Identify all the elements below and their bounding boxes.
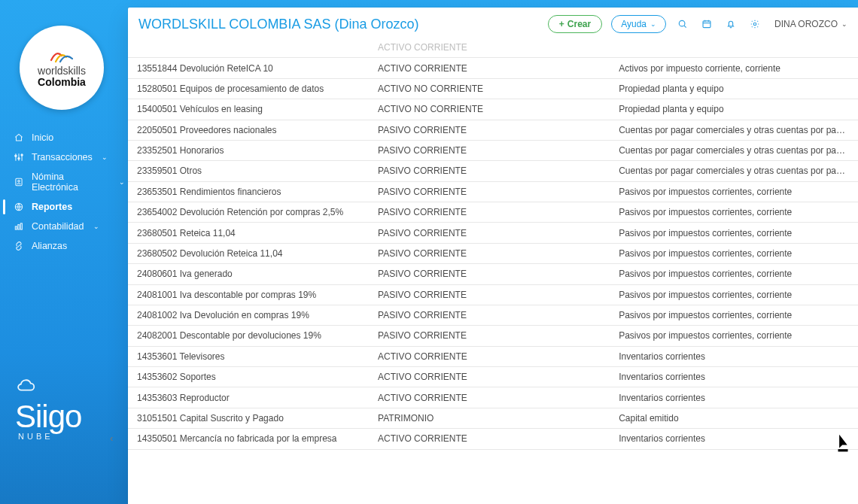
- table-row[interactable]: 24080601 Iva generadoPASIVO CORRIENTEPas…: [128, 264, 858, 284]
- chevron-down-icon: ⌄: [841, 20, 847, 28]
- sidebar-item-inicio[interactable]: Inicio: [3, 128, 128, 147]
- svg-rect-11: [20, 223, 22, 229]
- sidebar-item-reportes[interactable]: Reportes: [3, 197, 128, 217]
- sidebar-item-alianzas[interactable]: Alianzas: [3, 236, 128, 256]
- table-row[interactable]: 24081002 Iva Devolución en compras 19%PA…: [128, 305, 858, 325]
- cell-c3: [610, 38, 858, 58]
- table-row[interactable]: 31051501 Capital Suscrito y PagadoPATRIM…: [128, 408, 858, 428]
- link-icon: [14, 241, 24, 251]
- cell-c1: 23680501 Reteica 11,04: [128, 223, 369, 243]
- create-button-label: Crear: [567, 19, 591, 29]
- sliders-icon: [14, 152, 24, 162]
- page-title: WORDLSKILL COLOMBIA SAS (Dina Orozco): [138, 17, 418, 32]
- table-row[interactable]: 23680502 Devolución Reteica 11,04PASIVO …: [128, 243, 858, 263]
- gear-icon[interactable]: [747, 17, 762, 32]
- table-row[interactable]: 22050501 Proveedores nacionalesPASIVO CO…: [128, 120, 858, 140]
- cell-c2: ACTIVO CORRIENTE: [369, 346, 610, 366]
- table-row[interactable]: 13551844 Devolución ReteICA 10ACTIVO COR…: [128, 58, 858, 78]
- table-row[interactable]: 23654002 Devolución Retención por compra…: [128, 202, 858, 223]
- cell-c1: 24080601 Iva generado: [128, 264, 369, 284]
- sidebar-item-transacciones[interactable]: Transacciones⌄: [3, 147, 128, 167]
- cell-c1: 13551844 Devolución ReteICA 10: [128, 58, 369, 78]
- table-row[interactable]: ACTIVO CORRIENTE: [128, 38, 858, 58]
- cell-c3: Cuentas por pagar comerciales y otras cu…: [610, 140, 858, 160]
- cell-c3: Cuentas por pagar comerciales y otras cu…: [610, 120, 858, 140]
- table-row[interactable]: 24081001 Iva descontable por compras 19%…: [128, 284, 858, 305]
- cell-c2: ACTIVO CORRIENTE: [369, 387, 610, 408]
- create-button[interactable]: +Crear: [548, 15, 602, 33]
- cell-c1: 15400501 Vehículos en leasing: [128, 99, 369, 120]
- chevron-down-icon: ⌄: [93, 223, 99, 230]
- cell-c2: PASIVO CORRIENTE: [369, 284, 610, 305]
- help-button[interactable]: Ayuda⌄: [611, 15, 666, 33]
- sidebar-item-label: Inicio: [32, 132, 53, 143]
- chevron-down-icon: ⌄: [119, 178, 125, 186]
- svg-rect-9: [15, 226, 17, 229]
- table-row[interactable]: 23680501 Reteica 11,04PASIVO CORRIENTEPa…: [128, 223, 858, 243]
- cell-c2: PASIVO CORRIENTE: [369, 326, 610, 346]
- svg-line-13: [684, 26, 686, 28]
- svg-point-7: [18, 181, 20, 183]
- cell-c3: Inventarios corrientes: [610, 367, 858, 387]
- table-row[interactable]: 23352501 HonorariosPASIVO CORRIENTECuent…: [128, 140, 858, 160]
- bell-icon[interactable]: [723, 17, 738, 32]
- accounts-table: ACTIVO CORRIENTE13551844 Devolución Rete…: [128, 38, 858, 504]
- cell-c2: PATRIMONIO: [369, 408, 610, 428]
- table-row[interactable]: 14353603 ReproductorACTIVO CORRIENTEInve…: [128, 387, 858, 408]
- cell-c2: PASIVO CORRIENTE: [369, 243, 610, 263]
- table-row[interactable]: 23359501 OtrosPASIVO CORRIENTECuentas po…: [128, 161, 858, 181]
- cell-c3: Propiedad planta y equipo: [610, 99, 858, 120]
- cell-c1: 14350501 Mercancía no fabricada por la e…: [128, 429, 369, 449]
- svg-point-4: [18, 158, 20, 159]
- bars-icon: [14, 221, 24, 232]
- brand-sub: NUBE: [18, 432, 81, 441]
- collapse-sidebar-button[interactable]: ‹: [110, 433, 113, 444]
- badge-icon: [14, 177, 24, 187]
- cell-c2: PASIVO CORRIENTE: [369, 120, 610, 140]
- cell-c2: PASIVO CORRIENTE: [369, 264, 610, 284]
- main-panel: WORDLSKILL COLOMBIA SAS (Dina Orozco) +C…: [128, 8, 858, 504]
- svg-point-18: [753, 23, 756, 26]
- org-logo: worldskillsColombia: [20, 26, 104, 110]
- cell-c1: 24081002 Iva Devolución en compras 19%: [128, 305, 369, 325]
- cell-c3: Pasivos por impuestos corrientes, corrie…: [610, 181, 858, 202]
- cell-c1: 31051501 Capital Suscrito y Pagado: [128, 408, 369, 428]
- svg-rect-19: [838, 449, 848, 451]
- cell-c1: 15280501 Equipos de procesamiento de dat…: [128, 78, 369, 99]
- sidebar-item-nomina[interactable]: Nómina Electrónica⌄: [3, 167, 128, 197]
- cell-c2: PASIVO CORRIENTE: [369, 161, 610, 181]
- cell-c2: PASIVO CORRIENTE: [369, 305, 610, 325]
- calendar-icon[interactable]: [699, 17, 714, 32]
- chevron-down-icon: ⌄: [650, 20, 656, 28]
- cell-c3: Pasivos por impuestos corrientes, corrie…: [610, 264, 858, 284]
- user-menu[interactable]: DINA OROZCO⌄: [774, 19, 847, 29]
- search-icon[interactable]: [675, 17, 690, 32]
- sidebar-item-contabilidad[interactable]: Contabilidad⌄: [3, 217, 128, 236]
- cell-c1: 23352501 Honorarios: [128, 140, 369, 160]
- logo-line1: worldskills: [38, 65, 86, 77]
- chevron-down-icon: ⌄: [102, 153, 108, 161]
- cell-c2: ACTIVO CORRIENTE: [369, 38, 610, 58]
- table-row[interactable]: 14353601 TelevisoresACTIVO CORRIENTEInve…: [128, 346, 858, 366]
- worldskills-mark-icon: [47, 48, 77, 65]
- table-row[interactable]: 15400501 Vehículos en leasingACTIVO NO C…: [128, 99, 858, 120]
- cell-c3: Pasivos por impuestos corrientes, corrie…: [610, 305, 858, 325]
- cell-c1: 22050501 Proveedores nacionales: [128, 120, 369, 140]
- cell-c2: ACTIVO NO CORRIENTE: [369, 99, 610, 120]
- brand-footer: Siigo NUBE: [15, 385, 81, 441]
- table-row[interactable]: 14353602 SoportesACTIVO CORRIENTEInventa…: [128, 367, 858, 387]
- table-row[interactable]: 15280501 Equipos de procesamiento de dat…: [128, 78, 858, 99]
- table-row[interactable]: 14350501 Mercancía no fabricada por la e…: [128, 429, 858, 449]
- user-name-label: DINA OROZCO: [774, 19, 838, 29]
- brand-name: Siigo: [15, 402, 81, 432]
- cell-c3: Cuentas por pagar comerciales y otras cu…: [610, 161, 858, 181]
- table-row[interactable]: 23653501 Rendimientos financierosPASIVO …: [128, 181, 858, 202]
- cell-c3: Inventarios corrientes: [610, 346, 858, 366]
- table-row[interactable]: 24082001 Descontable por devoluciones 19…: [128, 326, 858, 346]
- cell-c1: 14353601 Televisores: [128, 346, 369, 366]
- topbar: WORDLSKILL COLOMBIA SAS (Dina Orozco) +C…: [128, 8, 858, 38]
- cell-c2: PASIVO CORRIENTE: [369, 140, 610, 160]
- sidebar-item-label: Nómina Electrónica: [32, 172, 110, 193]
- logo-line2: Colombia: [38, 76, 86, 88]
- cell-c3: Activos por impuesto corriente, corrient…: [610, 58, 858, 78]
